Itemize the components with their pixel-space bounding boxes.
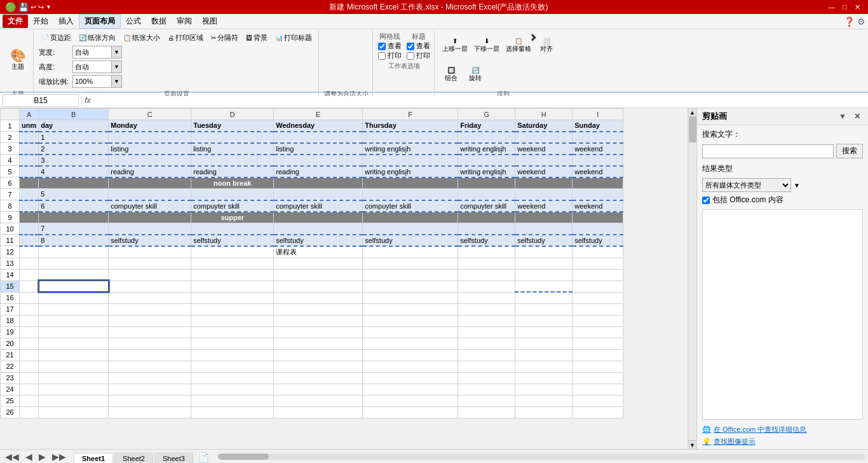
cell[interactable] [458, 280, 515, 292]
cell[interactable]: selfstudy [109, 235, 191, 246]
cell[interactable] [109, 361, 191, 372]
cell[interactable] [274, 177, 363, 189]
cell[interactable] [20, 361, 39, 372]
print-area-button[interactable]: 🖨 打印区域 [165, 32, 206, 44]
row-header-14[interactable]: 14 [1, 269, 20, 280]
cell[interactable] [274, 338, 363, 349]
cell[interactable] [363, 155, 458, 166]
cell[interactable]: listing [109, 143, 191, 155]
cell[interactable] [20, 406, 39, 418]
cell[interactable] [20, 349, 39, 361]
cell[interactable] [458, 292, 515, 303]
width-combo[interactable]: 自动 ▼ [72, 46, 122, 59]
cell[interactable] [191, 223, 274, 235]
cell[interactable] [274, 212, 363, 223]
cell[interactable] [109, 246, 191, 258]
cell[interactable]: selfstudy [363, 235, 458, 246]
cell[interactable] [191, 246, 274, 258]
menu-home[interactable]: 开始 [28, 15, 53, 28]
menu-insert[interactable]: 插入 [53, 15, 79, 28]
h-scroll-thumb[interactable] [218, 453, 269, 460]
cell[interactable] [573, 189, 623, 200]
cell[interactable] [573, 372, 623, 384]
cell[interactable] [191, 384, 274, 395]
sidebar-office-checkbox[interactable] [702, 197, 710, 204]
sidebar-search-input[interactable] [702, 144, 834, 158]
cell[interactable]: supper [191, 212, 274, 223]
cell[interactable] [20, 246, 39, 258]
cell[interactable] [515, 338, 573, 349]
cell[interactable] [515, 395, 573, 406]
cell[interactable] [573, 361, 623, 372]
cell[interactable] [274, 258, 363, 269]
cell[interactable] [109, 212, 191, 223]
cell[interactable] [274, 395, 363, 406]
cell[interactable] [191, 189, 274, 200]
cell[interactable] [573, 246, 623, 258]
cell[interactable] [274, 303, 363, 315]
cell[interactable]: weekend [515, 166, 573, 177]
row-header-20[interactable]: 20 [1, 338, 20, 349]
cell[interactable] [274, 223, 363, 235]
cell[interactable] [515, 189, 573, 200]
gridlines-view-checkbox[interactable] [378, 43, 386, 50]
col-header-h[interactable]: H [515, 109, 573, 120]
cell[interactable] [573, 384, 623, 395]
cell[interactable] [458, 384, 515, 395]
gridlines-view-check[interactable]: 查看 [378, 41, 402, 51]
row-header-10[interactable]: 10 [1, 223, 20, 235]
cell[interactable] [20, 303, 39, 315]
cell[interactable] [109, 406, 191, 418]
cell[interactable] [363, 372, 458, 384]
cell[interactable] [363, 395, 458, 406]
size-button[interactable]: 📋 纸张大小 [121, 32, 163, 44]
cell[interactable] [458, 361, 515, 372]
cell[interactable] [363, 189, 458, 200]
menu-formulas[interactable]: 公式 [121, 15, 146, 28]
cell[interactable] [573, 280, 623, 292]
col-header-d[interactable]: D [191, 109, 274, 120]
cell[interactable] [39, 177, 109, 189]
cell[interactable]: 6 [39, 200, 109, 212]
cell[interactable] [20, 292, 39, 303]
cell[interactable] [363, 406, 458, 418]
cell[interactable] [458, 223, 515, 235]
col-header-g[interactable]: G [458, 109, 515, 120]
cell[interactable] [515, 384, 573, 395]
sidebar-close-button[interactable]: ✕ [851, 111, 863, 122]
cell[interactable] [363, 212, 458, 223]
sidebar-search-button[interactable]: 搜索 [836, 144, 863, 158]
cell[interactable]: compuyter skill [274, 200, 363, 212]
cell[interactable] [39, 395, 109, 406]
cell[interactable] [515, 258, 573, 269]
cell[interactable] [20, 177, 39, 189]
cell[interactable] [20, 235, 39, 246]
cell[interactable] [109, 155, 191, 166]
cell[interactable] [39, 384, 109, 395]
cell[interactable] [515, 326, 573, 338]
cell[interactable] [458, 303, 515, 315]
cell[interactable] [191, 372, 274, 384]
cell[interactable] [191, 303, 274, 315]
cell[interactable] [20, 258, 39, 269]
cell[interactable]: 课程表 [274, 246, 363, 258]
background-button[interactable]: 🖼 背景 [243, 32, 270, 44]
cell[interactable]: compuyter skill [109, 200, 191, 212]
cell[interactable] [363, 269, 458, 280]
cell[interactable] [109, 223, 191, 235]
row-header-15[interactable]: 15 [1, 280, 20, 292]
cell[interactable] [573, 406, 623, 418]
cell[interactable] [39, 269, 109, 280]
cell[interactable]: weekend [573, 200, 623, 212]
cell[interactable]: 7 [39, 223, 109, 235]
cell[interactable] [20, 280, 39, 292]
cell[interactable]: weekend [515, 143, 573, 155]
cell[interactable] [573, 132, 623, 143]
row-header-17[interactable]: 17 [1, 303, 20, 315]
cell[interactable] [363, 349, 458, 361]
cell[interactable] [274, 315, 363, 326]
cell[interactable] [191, 326, 274, 338]
col-header-f[interactable]: F [363, 109, 458, 120]
row-header-9[interactable]: 9 [1, 212, 20, 223]
cell[interactable] [573, 223, 623, 235]
